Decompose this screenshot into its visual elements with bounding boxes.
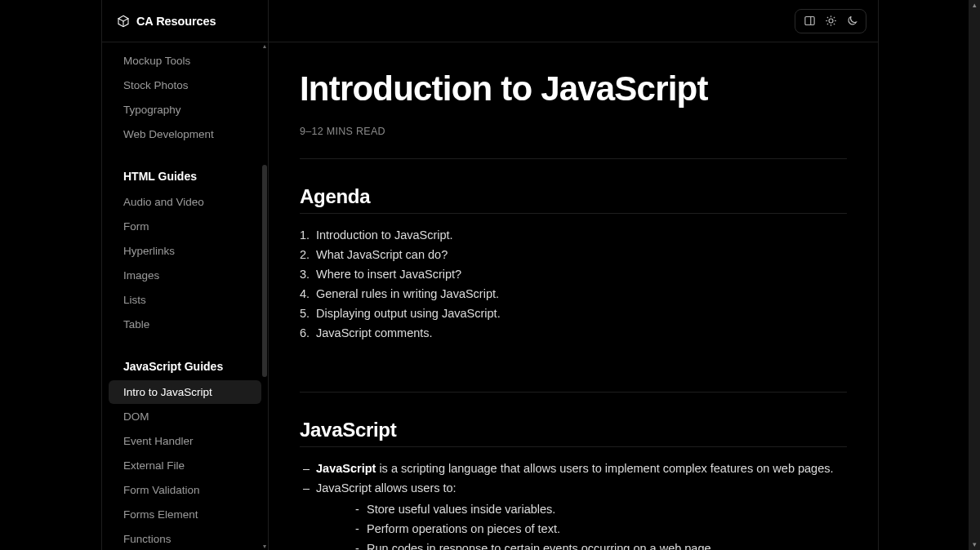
scroll-thumb[interactable] (262, 165, 267, 377)
agenda-item: What JavaScript can do? (300, 245, 847, 264)
page-title: Introduction to JavaScript (300, 70, 847, 108)
agenda-item: Displaying output using JavaScript. (300, 304, 847, 323)
sidebar-item-forms-element[interactable]: Forms Element (109, 503, 261, 526)
js-sub-bullets: Store useful values inside variables. Pe… (350, 499, 847, 550)
sidebar-heading-html-guides: HTML Guides (109, 164, 261, 189)
panel-toggle-button[interactable] (799, 11, 820, 32)
svg-line-8 (833, 24, 834, 24)
list-item: JavaScript is a scripting language that … (300, 459, 847, 478)
list-item: Perform operations on pieces of text. (350, 519, 847, 539)
scroll-up-icon: ▴ (973, 2, 977, 9)
read-time: 9–12 MINS READ (300, 126, 847, 137)
sidebar: CA Resources Mockup Tools Stock Photos T… (102, 0, 269, 550)
sidebar-item-audio-and-video[interactable]: Audio and Video (109, 190, 261, 214)
sidebar-item-table[interactable]: Table (109, 313, 261, 336)
scroll-up-icon: ▴ (263, 42, 266, 50)
javascript-heading: JavaScript (300, 419, 847, 447)
svg-point-2 (829, 19, 833, 23)
topbar (269, 0, 878, 42)
scroll-down-icon: ▾ (973, 541, 977, 548)
agenda-item: JavaScript comments. (300, 323, 847, 343)
sidebar-item-functions[interactable]: Functions (109, 527, 261, 550)
javascript-section: JavaScript JavaScript is a scripting lan… (300, 393, 847, 550)
sidebar-heading-js-guides: JavaScript Guides (109, 354, 261, 379)
sidebar-item-images[interactable]: Images (109, 264, 261, 287)
sidebar-item-typography[interactable]: Typography (109, 98, 261, 122)
sidebar-item-mockup-tools[interactable]: Mockup Tools (109, 49, 261, 73)
moon-icon (846, 15, 858, 27)
svg-rect-0 (804, 17, 813, 25)
agenda-item: Introduction to JavaScript. (300, 225, 847, 245)
brand-row[interactable]: CA Resources (102, 0, 268, 42)
sidebar-item-dom[interactable]: DOM (109, 405, 261, 428)
scroll-down-icon: ▾ (263, 543, 266, 550)
list-item: JavaScript allows users to: Store useful… (300, 478, 847, 550)
sun-icon (825, 15, 837, 27)
panel-icon (804, 15, 816, 27)
sidebar-item-hyperlinks[interactable]: Hyperlinks (109, 239, 261, 263)
js-bullets: JavaScript is a scripting language that … (300, 459, 847, 550)
sidebar-item-lists[interactable]: Lists (109, 288, 261, 312)
sidebar-item-form-validation[interactable]: Form Validation (109, 478, 261, 502)
brand-title: CA Resources (136, 15, 216, 28)
cube-icon (117, 15, 130, 28)
svg-line-9 (826, 24, 827, 24)
sidebar-item-event-handler[interactable]: Event Handler (109, 429, 261, 453)
agenda-list: Introduction to JavaScript. What JavaScr… (300, 225, 847, 343)
light-mode-button[interactable] (820, 11, 841, 32)
sidebar-item-form[interactable]: Form (109, 215, 261, 238)
main-content: Introduction to JavaScript 9–12 MINS REA… (269, 0, 878, 550)
list-item: Store useful values inside variables. (350, 499, 847, 519)
text: is a scripting language that allows user… (376, 462, 833, 475)
theme-switcher (795, 9, 866, 33)
sidebar-item-stock-photos[interactable]: Stock Photos (109, 73, 261, 97)
dark-mode-button[interactable] (841, 11, 862, 32)
svg-line-10 (833, 17, 834, 18)
agenda-heading: Agenda (300, 185, 847, 214)
agenda-item: Where to insert JavaScript? (300, 264, 847, 284)
sidebar-item-external-file[interactable]: External File (109, 454, 261, 477)
text: JavaScript allows users to: (316, 481, 457, 495)
sidebar-nav: Mockup Tools Stock Photos Typography Web… (102, 42, 268, 550)
sidebar-item-intro-to-javascript[interactable]: Intro to JavaScript (109, 380, 261, 404)
agenda-item: General rules in writing JavaScript. (300, 284, 847, 304)
window-scrollbar[interactable]: ▴ ▾ (969, 0, 980, 550)
sidebar-item-web-development[interactable]: Web Development (109, 122, 261, 146)
list-item: Run codes in response to certain events … (350, 539, 847, 550)
sidebar-scrollbar[interactable]: ▴ ▾ (261, 42, 268, 550)
agenda-section: Agenda Introduction to JavaScript. What … (300, 159, 847, 370)
bold-text: JavaScript (316, 462, 376, 475)
svg-line-7 (826, 17, 827, 18)
